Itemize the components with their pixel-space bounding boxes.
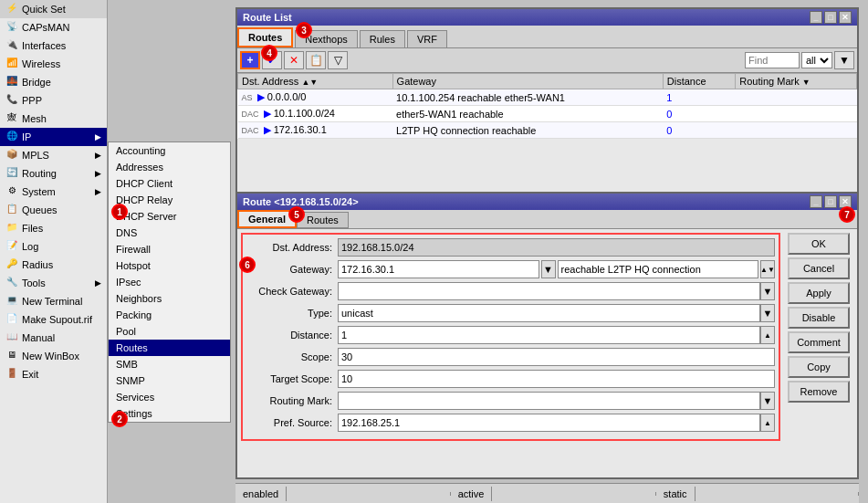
col-dst[interactable]: Dst. Address ▲▼ bbox=[238, 74, 393, 89]
sidebar-item-radius[interactable]: 🔑 Radius bbox=[0, 256, 107, 274]
submenu-item-dns[interactable]: DNS bbox=[109, 225, 230, 241]
sidebar-item-supout[interactable]: 📄 Make Supout.rif bbox=[0, 310, 107, 329]
distance-input[interactable] bbox=[338, 326, 760, 344]
find-select[interactable]: all bbox=[801, 52, 832, 68]
sidebar-item-mpls[interactable]: 📦 MPLS ▶ bbox=[0, 146, 107, 164]
sidebar-item-queues[interactable]: 📋 Queues bbox=[0, 201, 107, 219]
sidebar-item-bridge[interactable]: 🌉 Bridge bbox=[0, 73, 107, 91]
apply-button[interactable]: Apply bbox=[788, 282, 850, 304]
ppp-icon: 📞 bbox=[5, 94, 18, 107]
tab-vrf[interactable]: VRF bbox=[407, 30, 447, 47]
find-input[interactable] bbox=[745, 52, 800, 68]
submenu-item-dhcpclient[interactable]: DHCP Client bbox=[109, 175, 230, 192]
comment-button[interactable]: Comment bbox=[788, 331, 850, 353]
sidebar-item-quickset[interactable]: ⚡ Quick Set bbox=[0, 0, 107, 18]
submenu-item-hotspot[interactable]: Hotspot bbox=[109, 257, 230, 274]
wireless-icon: 📶 bbox=[5, 58, 18, 70]
status-active: active bbox=[451, 487, 493, 501]
check-gateway-input[interactable] bbox=[338, 282, 760, 300]
minimize-button[interactable]: _ bbox=[810, 11, 822, 24]
submenu-item-dhcprelay[interactable]: DHCP Relay bbox=[109, 192, 230, 208]
sidebar-item-wireless[interactable]: 📶 Wireless bbox=[0, 55, 107, 73]
col-distance[interactable]: Distance bbox=[663, 74, 736, 89]
row2-mark bbox=[736, 106, 857, 122]
gateway-input[interactable] bbox=[338, 260, 539, 278]
radius-icon: 🔑 bbox=[5, 258, 18, 271]
badge-3: 3 bbox=[296, 22, 312, 38]
submenu-item-snmp[interactable]: SNMP bbox=[109, 372, 230, 389]
edit-minimize-button[interactable]: _ bbox=[810, 195, 822, 208]
sidebar-item-capsman[interactable]: 📡 CAPsMAN bbox=[0, 18, 107, 37]
table-row[interactable]: DAC ▶ 10.1.100.0/24 ether5-WAN1 reachabl… bbox=[238, 106, 857, 122]
sidebar-item-winbox[interactable]: 🖥 New WinBox bbox=[0, 347, 107, 365]
submenu-item-neighbors[interactable]: Neighbors bbox=[109, 290, 230, 307]
sidebar-item-tools[interactable]: 🔧 Tools ▶ bbox=[0, 274, 107, 292]
add-route-button[interactable]: + bbox=[240, 51, 260, 69]
delete-button[interactable]: ✕ bbox=[284, 51, 304, 69]
copy-button[interactable]: Copy bbox=[788, 356, 850, 378]
sidebar-item-routing[interactable]: 🔄 Routing ▶ bbox=[0, 164, 107, 183]
table-row[interactable]: AS ▶ 0.0.0.0/0 10.1.100.254 reachable et… bbox=[238, 89, 857, 106]
submenu-item-firewall[interactable]: Firewall bbox=[109, 241, 230, 257]
dst-address-input[interactable] bbox=[338, 238, 775, 257]
sidebar-item-ip[interactable]: 🌐 IP ▶ bbox=[0, 128, 107, 146]
badge-5: 5 bbox=[288, 206, 305, 223]
close-button[interactable]: ✕ bbox=[839, 11, 852, 24]
filter-button[interactable]: ▽ bbox=[328, 51, 348, 69]
sidebar-item-label: Tools bbox=[22, 278, 46, 288]
submenu-item-packing[interactable]: Packing bbox=[109, 307, 230, 323]
submenu-item-services[interactable]: Services bbox=[109, 389, 230, 405]
remove-button[interactable]: Remove bbox=[788, 381, 850, 403]
sidebar-item-interfaces[interactable]: 🔌 Interfaces bbox=[0, 37, 107, 55]
sidebar-item-manual[interactable]: 📖 Manual bbox=[0, 329, 107, 347]
ok-button[interactable]: OK bbox=[788, 233, 850, 255]
gateway-dropdown[interactable]: ▼ bbox=[541, 260, 556, 278]
sidebar: ⚡ Quick Set 📡 CAPsMAN 🔌 Interfaces 📶 Wir… bbox=[0, 0, 108, 503]
winbox-icon: 🖥 bbox=[5, 350, 18, 362]
routing-mark-dropdown[interactable]: ▼ bbox=[760, 392, 775, 410]
find-dropdown-button[interactable]: ▼ bbox=[834, 51, 854, 69]
target-scope-input[interactable] bbox=[338, 370, 775, 388]
submenu-item-ipsec[interactable]: IPsec bbox=[109, 274, 230, 290]
submenu-item-accounting[interactable]: Accounting bbox=[109, 142, 230, 159]
sidebar-item-exit[interactable]: 🚪 Exit bbox=[0, 365, 107, 383]
tab-rules[interactable]: Rules bbox=[360, 30, 405, 47]
window-controls: _ □ ✕ bbox=[810, 11, 852, 24]
submenu-item-smb[interactable]: SMB bbox=[109, 356, 230, 372]
maximize-button[interactable]: □ bbox=[824, 11, 837, 24]
sidebar-item-label: Mesh bbox=[22, 113, 47, 124]
submenu-item-pool[interactable]: Pool bbox=[109, 323, 230, 340]
sidebar-item-log[interactable]: 📝 Log bbox=[0, 237, 107, 256]
route-table-container[interactable]: Dst. Address ▲▼ Gateway Distance Routing… bbox=[237, 73, 857, 139]
type-row: Type: ▼ bbox=[246, 304, 775, 322]
sidebar-item-system[interactable]: ⚙ System ▶ bbox=[0, 183, 107, 201]
distance-arrows[interactable]: ▲ bbox=[760, 326, 775, 344]
routing-mark-input[interactable] bbox=[338, 392, 760, 410]
scope-input[interactable] bbox=[338, 348, 775, 366]
col-mark[interactable]: Routing Mark ▼ bbox=[736, 74, 857, 89]
submenu-item-addresses[interactable]: Addresses bbox=[109, 159, 230, 175]
dst-address-label: Dst. Address: bbox=[246, 242, 338, 253]
edit-form-area: 6 Dst. Address: Gateway: ▼ ▲▼ bbox=[237, 229, 857, 445]
check-gateway-dropdown[interactable]: ▼ bbox=[760, 282, 775, 300]
type-input[interactable] bbox=[338, 304, 760, 322]
tools-icon: 🔧 bbox=[5, 277, 18, 289]
gateway-status-arrows[interactable]: ▲▼ bbox=[760, 260, 775, 278]
copy-button[interactable]: 📋 bbox=[306, 51, 326, 69]
edit-maximize-button[interactable]: □ bbox=[824, 195, 837, 208]
sidebar-item-mesh[interactable]: 🕸 Mesh bbox=[0, 110, 107, 128]
sidebar-item-files[interactable]: 📁 Files bbox=[0, 219, 107, 237]
pref-source-arrows[interactable]: ▲ bbox=[760, 414, 775, 432]
row1-distance: 1 bbox=[663, 89, 736, 106]
edit-tab-general-label: General bbox=[248, 214, 286, 225]
sidebar-item-terminal[interactable]: 💻 New Terminal bbox=[0, 292, 107, 310]
tab-routes-label: Routes bbox=[248, 32, 282, 43]
cancel-button[interactable]: Cancel bbox=[788, 257, 850, 279]
col-gateway[interactable]: Gateway bbox=[392, 74, 663, 89]
type-dropdown[interactable]: ▼ bbox=[760, 304, 775, 322]
sidebar-item-ppp[interactable]: 📞 PPP bbox=[0, 91, 107, 110]
pref-source-input[interactable] bbox=[338, 414, 760, 432]
disable-button[interactable]: Disable bbox=[788, 307, 850, 329]
submenu-item-routes[interactable]: Routes bbox=[109, 340, 230, 356]
table-row[interactable]: DAC ▶ 172.16.30.1 L2TP HQ connection rea… bbox=[238, 122, 857, 139]
